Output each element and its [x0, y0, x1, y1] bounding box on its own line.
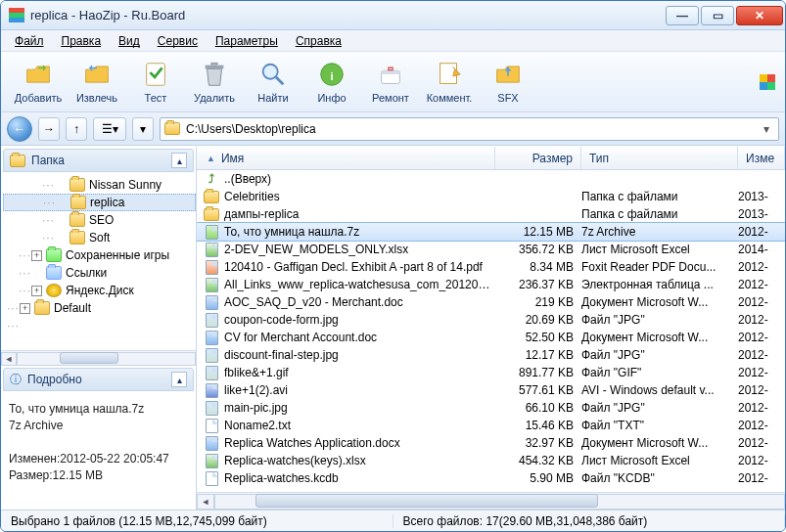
file-row[interactable]: like+1(2).avi577.61 KBAVI - Windows defa…	[197, 381, 785, 399]
scroll-thumb[interactable]	[60, 352, 118, 364]
file-name: like+1(2).avi	[224, 383, 495, 397]
tree-node[interactable]: ···+Default	[3, 299, 196, 317]
file-row[interactable]: Replica-watches.kcdb5.90 MBФайл "KCDB"20…	[197, 469, 785, 487]
file-rows[interactable]: ⤴..(Вверх)CelebritiesПапка с файлами2013…	[197, 170, 785, 492]
file-row[interactable]: дампы-replicaПапка с файлами2013-	[197, 205, 785, 223]
file-name: coupon-code-form.jpg	[224, 313, 495, 327]
file-modified: 2012-	[738, 383, 785, 397]
folder-icon	[204, 208, 219, 221]
color-cube-icon[interactable]	[760, 74, 775, 90]
minimize-button[interactable]: —	[666, 6, 699, 25]
excel-icon	[206, 278, 218, 292]
file-row[interactable]: 120410 - Gaffigan Decl. Exhibit A -part …	[197, 258, 785, 276]
file-name: Replica Watches Application.docx	[224, 436, 495, 450]
close-button[interactable]: ✕	[736, 6, 783, 25]
tree-hscrollbar[interactable]: ◄ ►	[1, 350, 196, 366]
expand-toggle[interactable]: +	[31, 250, 42, 261]
file-row[interactable]: main-pic.jpg66.10 KBФайл "JPG"2012-	[197, 399, 785, 417]
menu-help[interactable]: Справка	[288, 32, 349, 50]
expand-toggle[interactable]: +	[20, 303, 30, 314]
file-row[interactable]: coupon-code-form.jpg20.69 KBФайл "JPG"20…	[197, 311, 785, 329]
collapse-icon[interactable]: ▴	[171, 153, 187, 168]
sfx-button[interactable]: SFX	[481, 55, 535, 110]
path-box[interactable]: ▾	[160, 117, 779, 141]
file-row[interactable]: Noname2.txt15.46 KBФайл "TXT"2012-	[197, 417, 785, 434]
find-button[interactable]: Найти	[246, 55, 301, 110]
file-row[interactable]: fblike&+1.gif891.77 KBФайл "GIF"2012-	[197, 364, 785, 381]
col-modified[interactable]: Изме	[738, 147, 785, 169]
tree-node[interactable]: ···+Сохраненные игры	[3, 246, 196, 264]
tree-node[interactable]: ···replica	[3, 194, 196, 211]
details-pane-header[interactable]: ⓘ Подробно ▴	[3, 368, 194, 391]
tree-node[interactable]: ···SEO	[3, 211, 196, 229]
comment-button[interactable]: Коммент.	[422, 55, 477, 110]
file-type: Файл "TXT"	[581, 419, 738, 432]
menu-service[interactable]: Сервис	[150, 32, 206, 50]
excel-icon	[206, 454, 218, 468]
tree-node[interactable]: ···Ссылки	[3, 264, 196, 282]
menu-view[interactable]: Вид	[111, 32, 148, 50]
tree-node[interactable]: ···Soft	[3, 229, 196, 246]
delete-button[interactable]: Удалить	[187, 55, 242, 110]
file-name: 2-DEV_NEW_MODELS_ONLY.xlsx	[224, 243, 495, 256]
menu-file[interactable]: Файл	[7, 32, 52, 50]
file-row[interactable]: All_Links_www_replica-watchesusa_com_201…	[197, 276, 785, 293]
file-row[interactable]: Replica Watches Application.docx32.97 KB…	[197, 434, 785, 452]
file-row[interactable]: CV for Merchant Account.doc52.50 KBДокум…	[197, 329, 785, 346]
scroll-left-icon[interactable]: ◄	[1, 352, 17, 366]
details-filename: То, что умница нашла.7z	[9, 402, 188, 416]
file-modified: 2012-	[738, 278, 785, 291]
file-row[interactable]: ⤴..(Вверх)	[197, 170, 785, 188]
collapse-icon[interactable]: ▴	[171, 372, 187, 387]
column-headers: ▲Имя Размер Тип Изме	[197, 147, 785, 170]
view-mode-button[interactable]: ☰▾	[93, 117, 126, 141]
forward-button[interactable]: →	[38, 117, 60, 141]
extract-button[interactable]: Извлечь	[69, 55, 124, 110]
folder-tree[interactable]: ···Nissan Sunny···replica···SEO···Soft··…	[1, 174, 196, 350]
folder-icon	[164, 122, 180, 135]
path-input[interactable]	[186, 122, 753, 136]
file-type: Лист Microsoft Excel	[581, 243, 738, 256]
tree-label: SEO	[89, 213, 114, 227]
maximize-button[interactable]: ▭	[701, 6, 734, 25]
menu-edit[interactable]: Правка	[54, 32, 110, 50]
expand-toggle[interactable]: +	[31, 286, 42, 296]
yandex-disk-icon	[46, 284, 62, 297]
folder-icon	[204, 191, 219, 203]
info-button[interactable]: iИнфо	[304, 55, 359, 110]
file-row[interactable]: То, что умница нашла.7z12.15 MB7z Archiv…	[197, 223, 785, 241]
file-type: Электронная таблица ...	[581, 278, 738, 291]
tree-node[interactable]: ···Nissan Sunny	[3, 176, 196, 194]
file-type: Документ Microsoft W...	[581, 331, 738, 344]
file-size: 20.69 KB	[495, 313, 581, 327]
file-type: Файл "KCDB"	[581, 471, 738, 485]
folder-pane-header[interactable]: Папка ▴	[3, 149, 194, 172]
col-size[interactable]: Размер	[495, 147, 581, 169]
test-button[interactable]: Тест	[128, 55, 183, 110]
tree-label: Яндекс.Диск	[66, 284, 134, 297]
history-button[interactable]: ▾	[132, 117, 154, 141]
add-button[interactable]: Добавить	[11, 55, 66, 110]
file-row[interactable]: AOC_SAQ_D_v20 - Merchant.doc219 KBДокуме…	[197, 293, 785, 311]
file-row[interactable]: Replica-watches(keys).xlsx454.32 KBЛист …	[197, 452, 785, 469]
col-name[interactable]: ▲Имя	[197, 147, 495, 169]
scroll-left-icon[interactable]: ◄	[197, 494, 214, 510]
file-row[interactable]: CelebritiesПапка с файлами2013-	[197, 188, 785, 205]
tree-node[interactable]: ···+Яндекс.Диск	[3, 282, 196, 299]
file-size: 219 KB	[495, 295, 581, 309]
image-icon	[206, 313, 218, 328]
file-row[interactable]: 2-DEV_NEW_MODELS_ONLY.xlsx356.72 KBЛист …	[197, 241, 785, 258]
file-size: 356.72 KB	[495, 243, 581, 256]
svg-text:i: i	[330, 69, 333, 81]
repair-button[interactable]: Ремонт	[363, 55, 418, 110]
up-button[interactable]: ↑	[66, 117, 87, 141]
scroll-thumb[interactable]	[255, 494, 598, 508]
list-hscrollbar[interactable]: ◄ ►	[197, 492, 785, 510]
menu-params[interactable]: Параметры	[208, 32, 286, 50]
file-row[interactable]: discount-final-step.jpg12.17 KBФайл "JPG…	[197, 346, 785, 364]
back-button[interactable]: ←	[7, 116, 32, 142]
file-type: 7z Archive	[581, 225, 738, 239]
col-type[interactable]: Тип	[581, 147, 738, 169]
tree-label: replica	[90, 196, 124, 209]
path-dropdown-icon[interactable]: ▾	[759, 122, 774, 136]
